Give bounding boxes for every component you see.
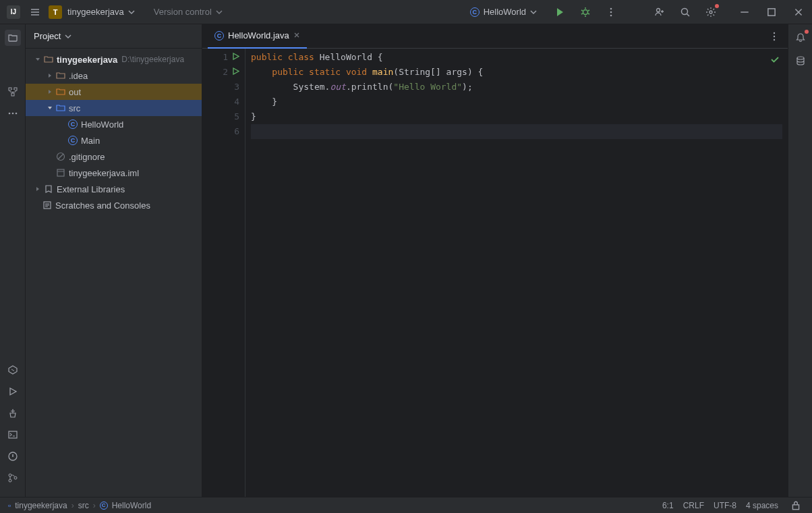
line-separator[interactable]: CRLF	[683, 501, 704, 510]
code-content[interactable]: public class HelloWorld { public static …	[245, 49, 788, 497]
breadcrumb-item[interactable]: src	[78, 501, 89, 510]
svg-point-6	[709, 11, 712, 14]
svg-point-0	[583, 9, 588, 14]
structure-tool-button[interactable]	[5, 84, 21, 100]
problems-tool-button[interactable]	[5, 448, 21, 464]
tab-close-button[interactable]	[293, 30, 300, 40]
tree-node-out[interactable]: out	[26, 84, 202, 100]
encoding[interactable]: UTF-8	[714, 501, 736, 510]
breadcrumb-item[interactable]: tinygeekerjava	[15, 501, 67, 510]
tree-label: tinygeekerjava.iml	[69, 168, 139, 178]
project-dropdown[interactable]: tinygeekerjava	[67, 7, 135, 17]
tree-label: .idea	[69, 71, 88, 81]
inspection-ok-icon[interactable]	[770, 54, 780, 69]
tree-node-idea[interactable]: .idea	[26, 68, 202, 84]
statusbar: ▫ tinygeekerjava › src › C HelloWorld 6:…	[0, 497, 812, 513]
main-menu-button[interactable]	[27, 4, 43, 20]
tree-node-external[interactable]: External Libraries	[26, 181, 202, 197]
project-tree: tinygeekerjava D:\tinygeekerjava .idea o…	[26, 49, 202, 497]
vcs-dropdown[interactable]: Version control	[154, 7, 223, 17]
svg-point-16	[9, 474, 11, 477]
breadcrumb[interactable]: ▫ tinygeekerjava › src › C HelloWorld	[8, 501, 151, 510]
tree-label: .gitignore	[69, 152, 105, 162]
class-icon: C	[68, 136, 78, 145]
class-icon: C	[100, 502, 108, 510]
tree-root[interactable]: tinygeekerjava D:\tinygeekerjava	[26, 51, 202, 68]
chevron-down-icon	[216, 9, 223, 16]
svg-point-23	[774, 35, 775, 36]
editor-tabs: C HelloWorld.java	[202, 24, 788, 49]
notifications-button[interactable]	[792, 30, 809, 46]
panel-title: Project	[34, 31, 61, 41]
tree-label: HelloWorld	[81, 119, 123, 130]
debug-button[interactable]	[577, 4, 593, 20]
tree-node-iml[interactable]: tinygeekerjava.iml	[26, 165, 202, 181]
tree-path: D:\tinygeekerjava	[121, 55, 184, 64]
editor-area: C HelloWorld.java 1 2 3 4 5 6	[202, 24, 788, 497]
tree-label: out	[69, 87, 81, 97]
svg-point-3	[610, 14, 612, 16]
code-with-me-button[interactable]	[651, 4, 668, 20]
svg-rect-9	[14, 88, 17, 90]
more-tools-button[interactable]	[5, 105, 21, 122]
project-panel: Project tinygeekerjava D:\tinygeekerjava…	[26, 24, 202, 497]
tree-label: Main	[81, 136, 100, 146]
indent[interactable]: 4 spaces	[746, 501, 778, 510]
cursor-position[interactable]: 6:1	[662, 501, 674, 510]
tree-label: src	[69, 103, 80, 113]
app-logo: IJ	[5, 4, 22, 20]
chevron-down-icon	[128, 9, 135, 16]
tree-node-main[interactable]: C Main	[26, 132, 202, 148]
readonly-toggle[interactable]	[788, 497, 804, 514]
search-button[interactable]	[677, 4, 693, 20]
more-actions-button[interactable]	[603, 4, 619, 20]
svg-point-11	[8, 113, 10, 115]
run-gutter-icon[interactable]	[232, 50, 239, 65]
tree-node-helloworld[interactable]: C HelloWorld	[26, 116, 202, 132]
settings-button[interactable]	[703, 4, 719, 20]
svg-rect-20	[57, 169, 64, 176]
build-tool-button[interactable]	[5, 405, 21, 421]
run-button[interactable]	[552, 4, 568, 20]
project-tool-button[interactable]	[5, 30, 21, 46]
tree-node-gitignore[interactable]: .gitignore	[26, 148, 202, 165]
svg-point-22	[774, 32, 775, 33]
database-tool-button[interactable]	[792, 53, 809, 69]
minimize-button[interactable]	[736, 4, 753, 20]
services-tool-button[interactable]	[5, 362, 21, 378]
class-icon: C	[470, 7, 480, 17]
run-config-name: HelloWorld	[484, 7, 526, 17]
run-config-chip[interactable]: C HelloWorld	[465, 5, 542, 18]
project-name: tinygeekerjava	[67, 7, 124, 17]
svg-rect-26	[792, 504, 799, 509]
right-toolbar	[788, 24, 812, 497]
svg-point-13	[15, 113, 17, 115]
chevron-down-icon	[65, 33, 71, 40]
git-tool-button[interactable]	[5, 470, 21, 486]
class-icon: C	[214, 31, 224, 40]
tree-node-src[interactable]: src	[26, 100, 202, 116]
svg-rect-10	[11, 93, 14, 96]
panel-header[interactable]: Project	[26, 24, 202, 49]
code-editor[interactable]: 1 2 3 4 5 6 public class HelloWorld { pu…	[202, 49, 788, 497]
close-button[interactable]	[790, 4, 807, 20]
maximize-button[interactable]	[763, 4, 780, 20]
tree-label: External Libraries	[57, 184, 125, 194]
terminal-tool-button[interactable]	[5, 427, 21, 443]
run-tool-button[interactable]	[5, 383, 21, 400]
tree-node-scratches[interactable]: Scratches and Consoles	[26, 197, 202, 213]
run-gutter-icon[interactable]	[232, 65, 239, 80]
svg-point-2	[610, 11, 612, 13]
svg-point-1	[610, 7, 612, 9]
class-icon: C	[68, 119, 78, 129]
svg-point-12	[11, 113, 13, 115]
project-badge: T	[49, 5, 62, 19]
tab-helloworld[interactable]: C HelloWorld.java	[208, 24, 307, 49]
svg-point-24	[774, 38, 775, 40]
breadcrumb-item[interactable]: HelloWorld	[112, 501, 151, 510]
svg-point-4	[657, 8, 660, 11]
svg-rect-14	[9, 431, 17, 438]
titlebar: IJ T tinygeekerjava Version control C He…	[0, 0, 812, 24]
tab-more-button[interactable]	[766, 28, 782, 45]
left-toolbar	[0, 24, 26, 497]
